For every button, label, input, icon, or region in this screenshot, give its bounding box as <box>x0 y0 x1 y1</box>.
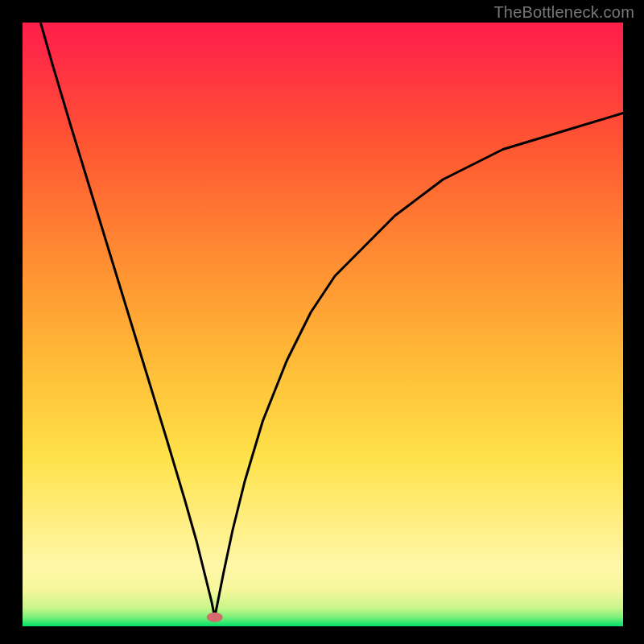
watermark-text: TheBottleneck.com <box>493 3 634 22</box>
bottleneck-chart <box>0 0 644 644</box>
minimum-marker <box>207 613 223 622</box>
chart-stage: TheBottleneck.com <box>0 0 644 644</box>
plot-background <box>23 23 623 626</box>
